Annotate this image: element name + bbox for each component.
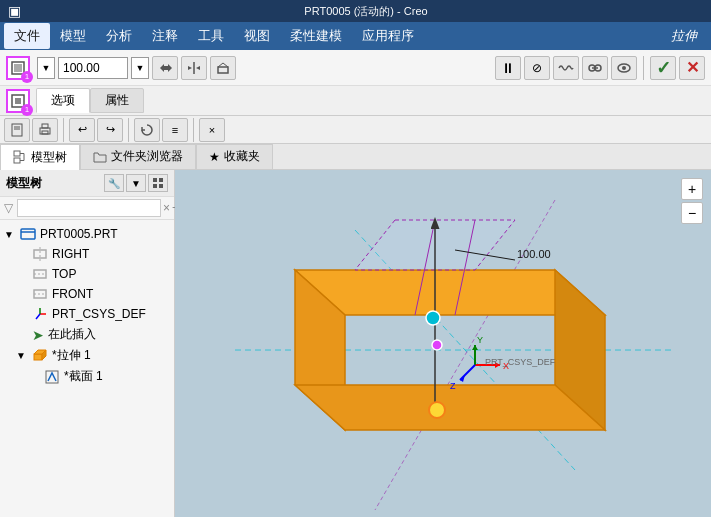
window-title: PRT0005 (活动的) - Creo [29, 4, 703, 19]
nav-tab-favorites-label: 收藏夹 [224, 148, 260, 165]
svg-rect-20 [14, 158, 20, 163]
pause-btn[interactable]: ⏸ [495, 56, 521, 80]
no-btn[interactable]: ⊘ [524, 56, 550, 80]
main-content: 模型树 🔧 ▼ ▽ × + ▼ PR [0, 170, 711, 517]
filter-icon: ▽ [4, 201, 13, 215]
svg-point-60 [429, 402, 445, 418]
plane-icon-top [32, 266, 48, 282]
root-icon [20, 226, 36, 242]
svg-text:Y: Y [477, 335, 483, 345]
tree-item-root[interactable]: ▼ PRT0005.PRT [0, 224, 174, 244]
tree-item-right[interactable]: RIGHT [0, 244, 174, 264]
extrude-feature-icon [32, 348, 48, 364]
svg-point-58 [426, 311, 440, 325]
redo-btn[interactable]: ↪ [97, 118, 123, 142]
tree-item-insert[interactable]: ➤ 在此插入 [0, 324, 174, 345]
sketch-icon [44, 369, 60, 385]
expand-btn[interactable]: ▼ [126, 174, 146, 192]
viewport[interactable]: 100.00 X Y Z P [175, 170, 711, 517]
tree-label-sketch: *截面 1 [64, 368, 103, 385]
nav-tab-folder[interactable]: 文件夹浏览器 [80, 144, 196, 170]
new-btn[interactable] [4, 118, 30, 142]
link-btn[interactable] [582, 56, 608, 80]
close-btn2[interactable]: × [199, 118, 225, 142]
undo-btn[interactable]: ↩ [69, 118, 95, 142]
svg-rect-39 [34, 354, 42, 360]
menu-analysis[interactable]: 分析 [96, 23, 142, 49]
menu-bar: 文件 模型 分析 注释 工具 视图 柔性建模 应用程序 拉伸 [0, 22, 711, 50]
sidebar: 模型树 🔧 ▼ ▽ × + ▼ PR [0, 170, 175, 517]
svg-text:PRT_CSYS_DEF: PRT_CSYS_DEF [485, 357, 556, 367]
wrench-btn[interactable]: 🔧 [104, 174, 124, 192]
placement-icon[interactable]: 1 [6, 89, 30, 113]
menu-flexible[interactable]: 柔性建模 [280, 23, 352, 49]
menu-file[interactable]: 文件 [4, 23, 50, 49]
3d-scene: 100.00 X Y Z P [175, 170, 711, 517]
expand-extrude-icon: ▼ [16, 350, 28, 361]
regen-btn[interactable] [134, 118, 160, 142]
tab-options[interactable]: 选项 [36, 88, 90, 113]
tree-item-top[interactable]: TOP [0, 264, 174, 284]
svg-point-10 [622, 66, 626, 70]
svg-rect-24 [153, 178, 157, 182]
sidebar-title: 模型树 [6, 175, 104, 192]
tree-label-extrude: *拉伸 1 [52, 347, 91, 364]
filter-input[interactable] [17, 199, 161, 217]
tree-label-csys: PRT_CSYS_DEF [52, 307, 146, 321]
nav-tab-model-tree[interactable]: 模型树 [0, 144, 80, 170]
extrude-type-btn[interactable]: 1 [6, 56, 30, 80]
svg-rect-18 [42, 131, 48, 134]
wave-btn[interactable] [553, 56, 579, 80]
tree-item-front[interactable]: FRONT [0, 284, 174, 304]
plane-icon-right [32, 246, 48, 262]
svg-rect-3 [218, 67, 228, 73]
svg-rect-28 [21, 229, 35, 239]
menu-extrude[interactable]: 拉伸 [661, 23, 707, 49]
svg-marker-50 [295, 385, 605, 430]
zoom-in-btn[interactable]: + [681, 178, 703, 200]
menu-tools[interactable]: 工具 [188, 23, 234, 49]
app-icon: ▣ [8, 3, 21, 19]
symmetric-btn[interactable] [181, 56, 207, 80]
more-btn[interactable]: ≡ [162, 118, 188, 142]
zoom-out-btn[interactable]: − [681, 202, 703, 224]
nav-tab-model-tree-label: 模型树 [31, 149, 67, 166]
tree-item-csys[interactable]: PRT_CSYS_DEF [0, 304, 174, 324]
menu-apps[interactable]: 应用程序 [352, 23, 424, 49]
eye-btn[interactable] [611, 56, 637, 80]
cancel-btn[interactable]: ✕ [679, 56, 705, 80]
svg-text:100.00: 100.00 [517, 248, 551, 260]
print-btn[interactable] [32, 118, 58, 142]
tree-label-insert: 在此插入 [48, 326, 96, 343]
svg-point-59 [432, 340, 442, 350]
extrude-toolbar: 1 ▼ ▼ ⏸ ⊘ ✓ ✕ [0, 50, 711, 86]
filter-close-icon[interactable]: × [163, 201, 170, 215]
menu-model[interactable]: 模型 [50, 23, 96, 49]
grid-btn[interactable] [148, 174, 168, 192]
svg-rect-19 [14, 151, 20, 156]
svg-rect-27 [159, 184, 163, 188]
expand-root-icon: ▼ [4, 229, 16, 240]
tree-area: ▼ PRT0005.PRT RIGHT TOP FRONT [0, 220, 174, 517]
depth-dropdown[interactable]: ▼ [131, 57, 149, 79]
tree-label-right: RIGHT [52, 247, 89, 261]
depth-input[interactable] [58, 57, 128, 79]
accept-btn[interactable]: ✓ [650, 56, 676, 80]
title-bar: ▣ PRT0005 (活动的) - Creo [0, 0, 711, 22]
tree-item-sketch[interactable]: *截面 1 [0, 366, 174, 387]
tab-properties[interactable]: 属性 [90, 88, 144, 113]
sidebar-filter: ▽ × + [0, 197, 174, 220]
menu-annotation[interactable]: 注释 [142, 23, 188, 49]
svg-rect-26 [153, 184, 157, 188]
svg-rect-12 [15, 98, 21, 104]
nav-tab-favorites[interactable]: ★ 收藏夹 [196, 144, 273, 170]
svg-rect-25 [159, 178, 163, 182]
type-dropdown[interactable]: ▼ [37, 57, 55, 79]
toolbar2: ↩ ↪ ≡ × [0, 116, 711, 144]
tree-item-extrude[interactable]: ▼ *拉伸 1 [0, 345, 174, 366]
flip-btn[interactable] [152, 56, 178, 80]
cap-btn[interactable] [210, 56, 236, 80]
menu-view[interactable]: 视图 [234, 23, 280, 49]
svg-text:Z: Z [450, 381, 456, 391]
tree-label-root: PRT0005.PRT [40, 227, 118, 241]
